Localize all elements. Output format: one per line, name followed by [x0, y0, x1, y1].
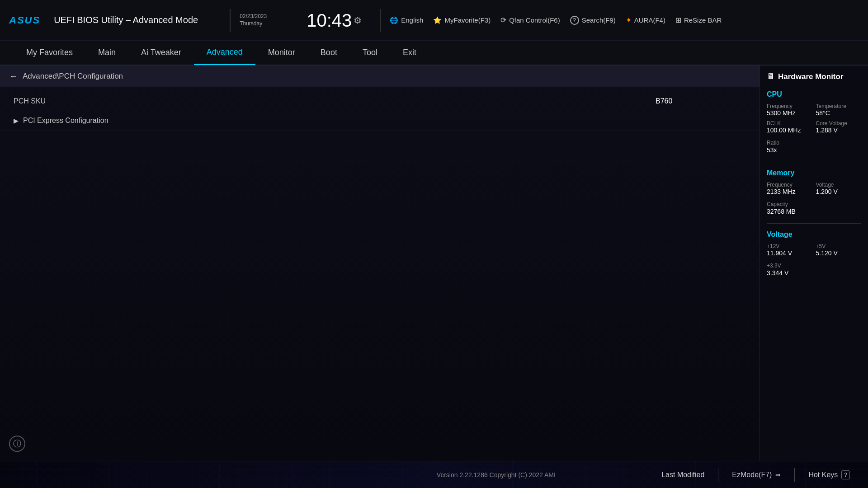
breadcrumb-bar: ← Advanced\PCH Configuration — [0, 66, 760, 87]
aura-button[interactable]: ✦ AURA(F4) — [626, 16, 665, 24]
back-arrow-button[interactable]: ← — [9, 71, 18, 81]
english-label: English — [401, 16, 423, 24]
bottom-divider-2 — [794, 468, 795, 482]
qfan-button[interactable]: ⟳ Qfan Control(F6) — [500, 16, 560, 24]
breadcrumb: Advanced\PCH Configuration — [23, 72, 123, 81]
bottom-divider-1 — [718, 468, 718, 482]
pch-sku-row: PCH SKU B760 — [0, 92, 760, 111]
hot-keys-label: Hot Keys — [808, 471, 838, 479]
nav-item-advanced[interactable]: Advanced — [194, 40, 255, 65]
nav-item-main[interactable]: Main — [85, 40, 128, 65]
topbar: ASUS UEFI BIOS Utility – Advanced Mode 0… — [0, 0, 868, 41]
memory-heading: Memory — [767, 169, 861, 177]
nav-item-monitor[interactable]: Monitor — [255, 40, 308, 65]
cpu-frequency-stat: Frequency 5300 MHz — [767, 103, 812, 117]
cpu-bclk-stat: BCLK 100.00 MHz — [767, 120, 812, 134]
search-icon: ? — [570, 16, 579, 25]
voltage-section: Voltage +12V 11.904 V +5V 5.120 V +3.3V … — [767, 228, 861, 281]
last-modified-label: Last Modified — [661, 471, 704, 479]
nav-item-my-favorites[interactable]: My Favorites — [14, 40, 85, 65]
right-panel: 🖥 Hardware Monitor CPU Frequency 5300 MH… — [760, 66, 868, 461]
pch-sku-label: PCH SKU — [14, 97, 656, 105]
monitor-icon: 🖥 — [767, 72, 774, 81]
memory-voltage-stat: Voltage 1.200 V — [816, 182, 862, 195]
hardware-monitor-title: 🖥 Hardware Monitor — [767, 72, 861, 81]
nav-item-ai-tweaker[interactable]: Ai Tweaker — [128, 40, 194, 65]
cpu-core-voltage-stat: Core Voltage 1.288 V — [816, 120, 862, 134]
ez-mode-icon: ⇒ — [775, 471, 781, 479]
memory-frequency-stat: Frequency 2133 MHz — [767, 182, 812, 195]
nav-item-exit[interactable]: Exit — [390, 40, 429, 65]
cpu-memory-divider — [767, 162, 861, 162]
cpu-ratio-stat: Ratio 53x — [767, 138, 861, 154]
datetime-clock: 02/23/2023 Thursday — [240, 13, 294, 27]
globe-icon: 🌐 — [390, 16, 398, 24]
topbar-divider2 — [380, 9, 381, 32]
content-wrapper: ← Advanced\PCH Configuration PCH SKU B76… — [0, 66, 868, 461]
datetime-area: 02/23/2023 Thursday 10:43 ⚙ — [240, 11, 362, 29]
resizebar-button[interactable]: ⊞ ReSize BAR — [675, 16, 722, 24]
aura-label: AURA(F4) — [634, 16, 665, 24]
resizebar-icon: ⊞ — [675, 16, 681, 24]
date-text: 02/23/2023 Thursday — [240, 13, 267, 27]
voltage-heading: Voltage — [767, 230, 861, 239]
topbar-actions: 🌐 English ⭐ MyFavorite(F3) ⟳ Qfan Contro… — [390, 16, 859, 25]
bios-title: UEFI BIOS Utility – Advanced Mode — [54, 15, 198, 25]
cpu-section: CPU Frequency 5300 MHz Temperature 58°C … — [767, 88, 861, 158]
favorite-icon: ⭐ — [433, 16, 442, 24]
memory-voltage-divider — [767, 223, 861, 224]
memory-section: Memory Frequency 2133 MHz Voltage 1.200 … — [767, 167, 861, 220]
cpu-heading: CPU — [767, 90, 861, 99]
cpu-temperature-stat: Temperature 58°C — [816, 103, 862, 117]
settings-gear-icon[interactable]: ⚙ — [354, 15, 362, 26]
version-text: Version 2.22.1286 Copyright (C) 2022 AMI — [335, 471, 657, 479]
ez-mode-label: EzMode(F7) — [732, 471, 772, 479]
pci-express-config-row[interactable]: ▶ PCI Express Configuration — [0, 111, 760, 131]
aura-icon: ✦ — [626, 16, 632, 24]
search-button[interactable]: ? Search(F9) — [570, 16, 616, 25]
main-nav: My Favorites Main Ai Tweaker Advanced Mo… — [0, 41, 868, 66]
search-label: Search(F9) — [582, 16, 616, 24]
topbar-divider — [230, 9, 231, 32]
voltage-33v-stat: +3.3V 3.344 V — [767, 261, 861, 277]
hot-keys-button[interactable]: Hot Keys ? — [804, 468, 854, 482]
memory-capacity-stat: Capacity 32768 MB — [767, 200, 861, 215]
items-area: PCH SKU B760 ▶ PCI Express Configuration — [0, 87, 760, 461]
myfavorite-button[interactable]: ⭐ MyFavorite(F3) — [433, 16, 491, 24]
resizebar-label: ReSize BAR — [684, 16, 722, 24]
pch-sku-value: B760 — [656, 97, 746, 105]
main-content: ← Advanced\PCH Configuration PCH SKU B76… — [0, 66, 760, 461]
myfavorite-label: MyFavorite(F3) — [444, 16, 491, 24]
time-display: 10:43 — [307, 11, 352, 29]
qfan-label: Qfan Control(F6) — [509, 16, 560, 24]
fan-icon: ⟳ — [500, 16, 506, 24]
hot-keys-icon: ? — [841, 470, 850, 479]
submenu-arrow-icon: ▶ — [14, 117, 19, 124]
nav-item-tool[interactable]: Tool — [350, 40, 390, 65]
ez-mode-button[interactable]: EzMode(F7) ⇒ — [727, 469, 785, 481]
info-icon[interactable]: ⓘ — [9, 436, 25, 452]
logo-area: ASUS UEFI BIOS Utility – Advanced Mode — [9, 14, 198, 26]
english-button[interactable]: 🌐 English — [390, 16, 423, 24]
asus-logo: ASUS — [9, 14, 40, 26]
pci-express-label: PCI Express Configuration — [23, 117, 108, 125]
voltage-5v-stat: +5V 5.120 V — [816, 243, 862, 257]
last-modified-button[interactable]: Last Modified — [657, 469, 709, 481]
voltage-12v-stat: +12V 11.904 V — [767, 243, 812, 257]
bottom-bar: Version 2.22.1286 Copyright (C) 2022 AMI… — [0, 461, 868, 488]
bottom-actions: Last Modified EzMode(F7) ⇒ Hot Keys ? — [657, 468, 854, 482]
nav-item-boot[interactable]: Boot — [308, 40, 350, 65]
